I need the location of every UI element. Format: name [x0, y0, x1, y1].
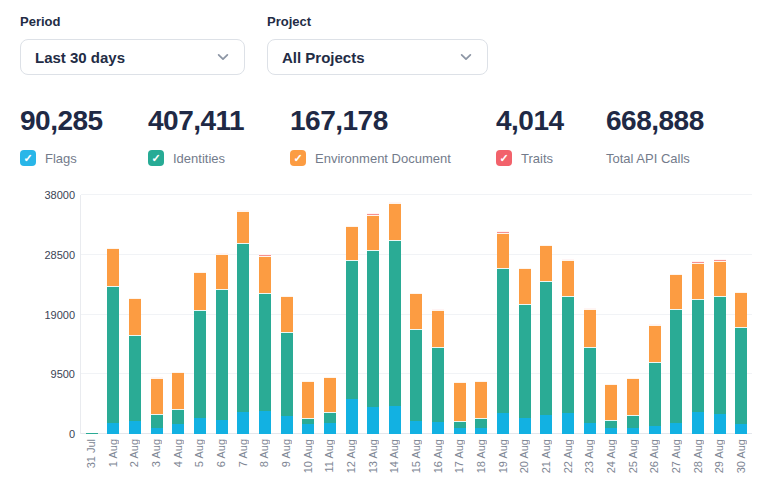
project-select[interactable]: All Projects [267, 39, 488, 75]
series-checkbox[interactable]: ✓ [290, 150, 306, 166]
bar-slot [600, 195, 622, 434]
bar-segment-environment-document [519, 268, 531, 304]
stat-card: 407,411✓Identities [148, 105, 290, 167]
bar-segment-flags [216, 420, 228, 434]
bar-segment-identities [670, 309, 682, 423]
stacked-bar[interactable] [194, 272, 206, 434]
series-checkbox[interactable]: ✓ [20, 150, 36, 166]
bar-segment-identities [432, 347, 444, 422]
bar-segment-environment-document [281, 296, 293, 332]
bar-segment-flags [649, 426, 661, 434]
stacked-bar[interactable] [475, 381, 487, 434]
filters-row: Period Last 30 days Project All Projects [20, 14, 780, 75]
bar-slot [730, 195, 752, 434]
bar-segment-flags [627, 428, 639, 434]
stacked-bar[interactable] [324, 377, 336, 434]
bar-segment-environment-document [129, 298, 141, 335]
stacked-bar[interactable] [237, 210, 249, 434]
stacked-bar[interactable] [627, 378, 639, 434]
stacked-bar[interactable] [584, 308, 596, 434]
bar-segment-flags [454, 428, 466, 434]
y-tick-label: 0 [69, 428, 75, 440]
stat-label: Flags [45, 151, 77, 166]
stat-card: 4,014✓Traits [496, 105, 606, 167]
stacked-bar[interactable] [259, 254, 271, 434]
stacked-bar[interactable] [649, 324, 661, 434]
stacked-bar[interactable] [540, 245, 552, 434]
stacked-bar[interactable] [735, 292, 747, 434]
bar-segment-flags [129, 421, 141, 434]
x-tick-label: 16 Aug [432, 439, 444, 473]
bar-slot [254, 195, 276, 434]
stat-value: 407,411 [148, 105, 290, 137]
bar-segment-identities [367, 250, 379, 407]
bar-slot [276, 195, 298, 434]
bar-segment-environment-document [367, 215, 379, 250]
stacked-bar[interactable] [107, 248, 119, 434]
stacked-bar[interactable] [367, 213, 379, 434]
bar-segment-identities [237, 243, 249, 412]
bar-slot [233, 195, 255, 434]
bar-segment-environment-document [432, 310, 444, 347]
bar-segment-flags [735, 424, 747, 434]
stacked-bar[interactable] [281, 296, 293, 434]
x-label-cell: 10 Aug [297, 434, 319, 480]
bar-segment-identities [519, 304, 531, 418]
stacked-bar[interactable] [432, 309, 444, 434]
bar-segment-identities [540, 281, 552, 416]
stat-value: 167,178 [290, 105, 496, 137]
stat-value: 668,888 [606, 105, 780, 137]
x-label-cell: 25 Aug [622, 434, 644, 480]
check-icon: ✓ [23, 153, 32, 164]
stacked-bar[interactable] [129, 298, 141, 434]
stacked-bar[interactable] [497, 231, 509, 434]
stacked-bar[interactable] [151, 377, 163, 434]
stacked-bar[interactable] [216, 253, 228, 434]
bar-segment-environment-document [410, 293, 422, 329]
bar-slot [124, 195, 146, 434]
bar-slot [687, 195, 709, 434]
bar-segment-identities [649, 362, 661, 426]
x-tick-label: 30 Aug [735, 439, 747, 473]
stat-card: 167,178✓Environment Document [290, 105, 496, 167]
series-checkbox[interactable]: ✓ [496, 150, 512, 166]
bar-slot [146, 195, 168, 434]
stacked-bar[interactable] [86, 433, 98, 434]
stacked-bar[interactable] [605, 384, 617, 434]
bar-segment-flags [194, 418, 206, 434]
stacked-bar[interactable] [714, 259, 726, 434]
series-checkbox[interactable]: ✓ [148, 150, 164, 166]
x-label-cell: 3 Aug [145, 434, 167, 480]
stacked-bar[interactable] [692, 261, 704, 434]
x-label-cell: 15 Aug [405, 434, 427, 480]
x-label-cell: 24 Aug [600, 434, 622, 480]
bar-segment-identities [194, 310, 206, 418]
x-label-cell: 1 Aug [102, 434, 124, 480]
stat-legend: Total API Calls [606, 149, 780, 167]
stacked-bar[interactable] [302, 381, 314, 434]
bar-slot [536, 195, 558, 434]
x-label-cell: 2 Aug [123, 434, 145, 480]
stacked-bar[interactable] [172, 372, 184, 434]
bar-segment-environment-document [540, 245, 552, 281]
bar-segment-flags [605, 428, 617, 434]
bar-slot [514, 195, 536, 434]
bar-segment-environment-document [194, 272, 206, 310]
stacked-bar[interactable] [410, 293, 422, 434]
bar-segment-environment-document [735, 292, 747, 327]
x-label-cell: 20 Aug [514, 434, 536, 480]
stacked-bar[interactable] [389, 202, 401, 434]
bar-segment-environment-document [107, 248, 119, 285]
x-tick-label: 10 Aug [302, 439, 314, 473]
bar-slot [557, 195, 579, 434]
stacked-bar[interactable] [519, 268, 531, 434]
stacked-bar[interactable] [346, 226, 358, 434]
stacked-bar[interactable] [670, 274, 682, 434]
stacked-bar[interactable] [454, 382, 466, 434]
x-label-cell: 11 Aug [318, 434, 340, 480]
stacked-bar[interactable] [562, 259, 574, 434]
period-select[interactable]: Last 30 days [20, 39, 245, 75]
chart-body: 09500190002850038000 [20, 195, 772, 434]
bar-segment-identities [497, 268, 509, 413]
bar-segment-flags [475, 428, 487, 434]
